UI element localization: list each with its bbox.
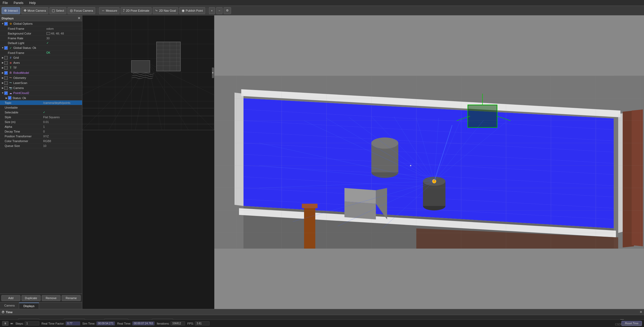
- checkbox-robot-model[interactable]: ✓: [4, 71, 8, 75]
- select-button[interactable]: ▢ Select: [49, 7, 67, 14]
- tree-item-fixed-frame[interactable]: Fixed Frame odom: [0, 26, 82, 31]
- alpha-row: Alpha 1: [5, 125, 81, 128]
- svg-marker-70: [632, 109, 643, 246]
- displays-panel: Displays ✕ ▼ ✓ ⚙ Global Options: [0, 15, 82, 309]
- menu-panels[interactable]: Panels: [12, 1, 24, 5]
- expand-camera[interactable]: ▶: [1, 87, 4, 89]
- tree-item-default-light[interactable]: Default Light ✓: [0, 41, 82, 45]
- expand-odometry[interactable]: ▶: [1, 77, 4, 79]
- checkbox-global-options[interactable]: ✓: [4, 22, 8, 26]
- expand-point-cloud2[interactable]: ▼: [1, 92, 4, 94]
- remove-display-button[interactable]: Remove: [42, 295, 61, 301]
- unreliable-row: Unreliable: [5, 106, 81, 109]
- tree-item-robot-model[interactable]: ▶ ✓ R RobotModel: [0, 70, 82, 75]
- expand-global-options[interactable]: ▼: [1, 22, 4, 25]
- add-button[interactable]: +: [209, 7, 215, 14]
- decay-time-row: Decay Time 0: [5, 130, 81, 133]
- tree-item-fixed-frame-status[interactable]: Fixed Frame OK: [0, 50, 82, 55]
- checkbox-point-cloud2[interactable]: ✓: [4, 91, 8, 95]
- fps-label: FPS:: [187, 322, 194, 325]
- svg-marker-64: [234, 93, 244, 206]
- expand-status-ok[interactable]: ▶: [5, 97, 8, 99]
- tab-displays[interactable]: Displays: [19, 303, 39, 309]
- checkbox-laser-scan[interactable]: [4, 81, 8, 85]
- label-grid: Grid: [13, 56, 81, 59]
- settings-button[interactable]: ⚙: [224, 7, 231, 14]
- main-3d-view[interactable]: [214, 15, 644, 309]
- collapse-handle[interactable]: ▶: [212, 67, 214, 78]
- remove-button[interactable]: −: [216, 7, 223, 14]
- time-panel-close[interactable]: ✕: [639, 310, 642, 314]
- label-frame-rate: Frame Rate: [8, 37, 46, 40]
- checkbox-odometry[interactable]: [4, 76, 8, 80]
- expand-robot-model[interactable]: ▶: [1, 71, 4, 74]
- expand-laser-scan[interactable]: ▶: [1, 82, 4, 84]
- tree-container[interactable]: ▼ ✓ ⚙ Global Options Fixed Frame odom: [0, 21, 82, 294]
- 2d-nav-button[interactable]: ⤷ 2D Nav Goal: [153, 7, 178, 14]
- tree-item-color-transformer[interactable]: Color Transformer RGB8: [0, 139, 82, 143]
- fixed-frame-row: Fixed Frame odom: [8, 27, 81, 30]
- expand-grid[interactable]: ▶: [1, 56, 4, 59]
- value-pos-transformer: XYZ: [43, 135, 81, 138]
- checkbox-tf[interactable]: [4, 66, 8, 70]
- expand-global-status[interactable]: ▼: [1, 46, 4, 49]
- panel-buttons: Add Duplicate Remove Rename: [0, 294, 82, 302]
- svg-marker-79: [344, 188, 376, 204]
- label-point-cloud2: PointCloud2: [13, 91, 81, 95]
- pause-button[interactable]: ⏸: [2, 321, 8, 326]
- 2d-pose-icon: ⤴: [123, 9, 125, 12]
- checkbox-camera[interactable]: [4, 86, 8, 90]
- tree-item-odometry[interactable]: ▶ 〜 Odometry: [0, 75, 82, 80]
- add-display-button[interactable]: Add: [1, 295, 20, 301]
- tree-item-grid[interactable]: ▶ # Grid: [0, 55, 82, 60]
- checkbox-status-ok[interactable]: ✓: [8, 96, 11, 100]
- bg-color-row: Background Color 48; 48; 48: [8, 32, 81, 35]
- main-3d-svg: [214, 15, 644, 309]
- publish-point-label: Publish Point: [186, 9, 203, 12]
- publish-point-button[interactable]: ◉ Publish Point: [179, 7, 205, 14]
- tree-item-unreliable[interactable]: Unreliable: [0, 105, 82, 110]
- tab-camera[interactable]: Camera: [0, 303, 19, 309]
- watermark: CSDN @积杰学习笔记: [615, 323, 642, 326]
- tree-item-point-cloud2[interactable]: ▼ ✓ ☁ PointCloud2: [0, 91, 82, 96]
- tree-item-size[interactable]: Size (m) 0.01: [0, 120, 82, 124]
- focus-camera-button[interactable]: ◎ Focus Camera: [67, 7, 95, 14]
- menu-help[interactable]: Help: [28, 1, 37, 5]
- tree-item-alpha[interactable]: Alpha 1: [0, 124, 82, 129]
- tree-item-laser-scan[interactable]: ▶ 〜 LaserScan: [0, 80, 82, 86]
- icon-tf: T: [9, 66, 12, 70]
- tree-item-topic[interactable]: Topic /camera/depth/points: [0, 100, 82, 105]
- 2d-nav-icon: ⤷: [155, 9, 158, 12]
- tree-item-status-ok[interactable]: ▶ ✓ Status: Ok: [0, 96, 82, 100]
- tree-item-background-color[interactable]: Background Color 48; 48; 48: [0, 31, 82, 36]
- duplicate-button[interactable]: Duplicate: [22, 295, 41, 301]
- tree-item-camera[interactable]: ▶ 📷 Camera: [0, 86, 82, 91]
- tree-item-global-status[interactable]: ▼ ✓ ✓ Global Status: Ok: [0, 45, 82, 50]
- menu-file[interactable]: File: [2, 1, 9, 5]
- panel-close-button[interactable]: ✕: [78, 16, 80, 20]
- tree-item-frame-rate[interactable]: Frame Rate 30: [0, 36, 82, 41]
- move-camera-label: Move Camera: [28, 9, 46, 12]
- checkbox-global-status[interactable]: ✓: [4, 46, 8, 50]
- tree-item-style[interactable]: Style Flat Squares: [0, 115, 82, 120]
- center-viewport[interactable]: ▶: [82, 15, 644, 309]
- rename-button[interactable]: Rename: [62, 295, 81, 301]
- checkbox-axes[interactable]: [4, 61, 8, 65]
- tree-item-queue-size[interactable]: Queue Size 10: [0, 143, 82, 148]
- tree-item-selectable[interactable]: Selectable ✓: [0, 110, 82, 115]
- 2d-pose-button[interactable]: ⤴ 2D Pose Estimate: [121, 7, 152, 14]
- tree-item-pos-transformer[interactable]: Position Transformer XYZ: [0, 134, 82, 139]
- 2d-pose-label: 2D Pose Estimate: [126, 9, 149, 12]
- tree-item-decay-time[interactable]: Decay Time 0: [0, 129, 82, 134]
- interact-button[interactable]: ⊕ Interact: [2, 7, 20, 14]
- expand-axes[interactable]: ▶: [1, 61, 4, 64]
- tree-item-global-options[interactable]: ▼ ✓ ⚙ Global Options: [0, 21, 82, 26]
- checkbox-grid[interactable]: [4, 56, 8, 60]
- tree-item-tf[interactable]: ▶ T TF: [0, 65, 82, 70]
- queue-size-row: Queue Size 10: [5, 144, 81, 147]
- measure-button[interactable]: ↔ Measure: [99, 7, 120, 14]
- tree-item-axes[interactable]: ▶ ⊕ Axes: [0, 60, 82, 65]
- icon-camera: 📷: [9, 86, 12, 90]
- move-camera-button[interactable]: ✥ Move Camera: [21, 7, 48, 14]
- expand-tf[interactable]: ▶: [1, 66, 4, 69]
